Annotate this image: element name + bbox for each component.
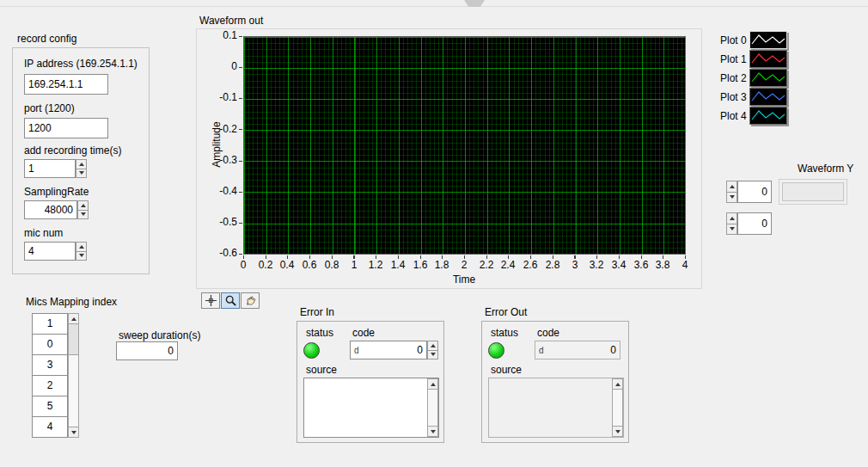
error-out-code-value: 0 xyxy=(546,344,616,356)
decrement-button[interactable] xyxy=(427,351,438,360)
error-in-source-field[interactable] xyxy=(303,378,439,438)
scroll-down-button[interactable] xyxy=(68,427,79,438)
down-arrow-icon xyxy=(431,353,436,356)
legend-swatch-plot0[interactable] xyxy=(749,31,787,49)
chart-title: Waveform out xyxy=(199,15,263,27)
down-arrow-icon xyxy=(431,430,436,433)
port-label: port (1200) xyxy=(24,102,75,114)
increment-button[interactable] xyxy=(77,200,89,211)
down-arrow-icon xyxy=(79,254,84,257)
error-in-status-led[interactable] xyxy=(303,342,320,359)
waveform-y-input-2[interactable] xyxy=(737,212,772,235)
zoom-tool-button[interactable] xyxy=(221,292,240,309)
waveform-y-spinner-2 xyxy=(726,212,737,235)
scrollbar-track[interactable] xyxy=(68,324,79,427)
sweep-duration-label: sweep duration(s) xyxy=(119,329,200,341)
x-tick-label: 3.4 xyxy=(612,259,627,271)
legend-item-label[interactable]: Plot 4 xyxy=(720,110,747,122)
splitter-line xyxy=(0,6,868,7)
mics-mapping-cell[interactable]: 4 xyxy=(32,416,68,438)
x-axis-label: Time xyxy=(453,273,475,286)
scroll-down-button[interactable] xyxy=(612,426,623,437)
scrollbar-track[interactable] xyxy=(612,390,623,426)
mics-mapping-scrollbar[interactable] xyxy=(68,313,79,438)
up-arrow-icon xyxy=(81,204,86,207)
ip-address-label: IP address (169.254.1.1) xyxy=(24,58,138,70)
increment-button[interactable] xyxy=(427,341,438,351)
scrollbar-thumb[interactable] xyxy=(69,324,78,355)
x-tick-label: 1.8 xyxy=(435,259,449,271)
y-tick-label: -0.2 xyxy=(203,123,237,135)
legend-item-label[interactable]: Plot 1 xyxy=(720,53,747,65)
crosshair-tool-button[interactable] xyxy=(201,292,220,309)
increment-button[interactable] xyxy=(76,242,87,252)
legend-swatch-plot4[interactable] xyxy=(749,107,787,125)
sweep-duration-input[interactable] xyxy=(116,341,178,360)
pan-tool-button[interactable] xyxy=(241,292,260,309)
sampling-rate-label: SamplingRate xyxy=(24,186,89,198)
down-arrow-icon xyxy=(730,227,735,230)
error-in-code-field[interactable]: d 0 xyxy=(350,341,427,359)
sampling-rate-input[interactable] xyxy=(24,200,77,219)
recording-time-input[interactable] xyxy=(24,159,76,178)
mics-mapping-cell[interactable]: 2 xyxy=(32,375,68,396)
x-tick-label: 1.2 xyxy=(369,259,383,271)
legend-swatch-plot1[interactable] xyxy=(749,50,787,68)
legend-swatch-plot2[interactable] xyxy=(749,69,787,87)
error-out-title: Error Out xyxy=(485,306,527,318)
disabled-field-inner xyxy=(782,182,844,201)
x-tick-label: 2.8 xyxy=(546,259,560,271)
increment-button[interactable] xyxy=(726,212,737,224)
recording-time-spinner xyxy=(76,159,87,178)
chart-plot-area[interactable] xyxy=(243,36,686,255)
y-tick-label: -0.4 xyxy=(203,185,237,197)
x-tick-label: 2.2 xyxy=(480,259,494,271)
scroll-up-button[interactable] xyxy=(68,313,79,324)
error-in-source-scrollbar[interactable] xyxy=(427,378,438,437)
scroll-down-button[interactable] xyxy=(427,426,438,437)
legend-item-label[interactable]: Plot 2 xyxy=(720,72,747,84)
recording-time-label: add recording time(s) xyxy=(24,144,121,157)
decrement-button[interactable] xyxy=(77,211,89,220)
error-out-source-scrollbar[interactable] xyxy=(612,378,623,437)
port-input[interactable] xyxy=(24,118,108,138)
radix-indicator: d xyxy=(354,346,359,355)
mics-mapping-cell[interactable]: 3 xyxy=(32,354,68,376)
error-in-code-value: 0 xyxy=(361,344,423,356)
waveform-y-label: Waveform Y xyxy=(798,163,853,175)
mics-mapping-cell[interactable]: 1 xyxy=(32,313,68,335)
decrement-button[interactable] xyxy=(726,193,737,204)
x-tick-label: 4 xyxy=(682,259,688,271)
down-arrow-icon xyxy=(71,431,76,434)
error-in-source-label: source xyxy=(306,364,337,376)
mic-num-label: mic num xyxy=(24,227,63,239)
scrollbar-track[interactable] xyxy=(427,390,438,426)
waveform-swatch-icon xyxy=(750,32,786,48)
decrement-button[interactable] xyxy=(76,169,87,179)
decrement-button[interactable] xyxy=(726,224,737,236)
mic-num-input[interactable] xyxy=(24,242,76,261)
y-tick-label: -0.1 xyxy=(203,91,237,103)
mics-mapping-cell[interactable]: 0 xyxy=(32,334,68,355)
waveform-swatch-icon xyxy=(750,89,786,105)
mics-mapping-cell[interactable]: 5 xyxy=(32,396,68,417)
increment-button[interactable] xyxy=(726,181,737,193)
error-out-code-label: code xyxy=(537,327,559,339)
legend-swatch-plot3[interactable] xyxy=(749,88,787,106)
x-tick-label: 0 xyxy=(241,259,247,271)
up-arrow-icon xyxy=(71,317,76,321)
down-arrow-icon xyxy=(615,430,620,433)
x-tick-label: 2.6 xyxy=(523,259,538,271)
increment-button[interactable] xyxy=(76,159,87,169)
scroll-up-button[interactable] xyxy=(612,378,623,390)
x-tick-label: 1.4 xyxy=(391,259,406,271)
labview-front-panel: record config IP address (169.254.1.1) p… xyxy=(0,0,868,467)
legend-item-label[interactable]: Plot 3 xyxy=(720,91,747,103)
x-tick-label: 0.8 xyxy=(325,259,339,271)
legend-item-label[interactable]: Plot 0 xyxy=(720,34,747,46)
decrement-button[interactable] xyxy=(76,252,87,261)
scroll-up-button[interactable] xyxy=(427,378,438,390)
waveform-y-input-1[interactable] xyxy=(737,181,772,203)
ip-address-input[interactable] xyxy=(24,74,108,95)
error-out-code-field: d 0 xyxy=(535,341,620,359)
